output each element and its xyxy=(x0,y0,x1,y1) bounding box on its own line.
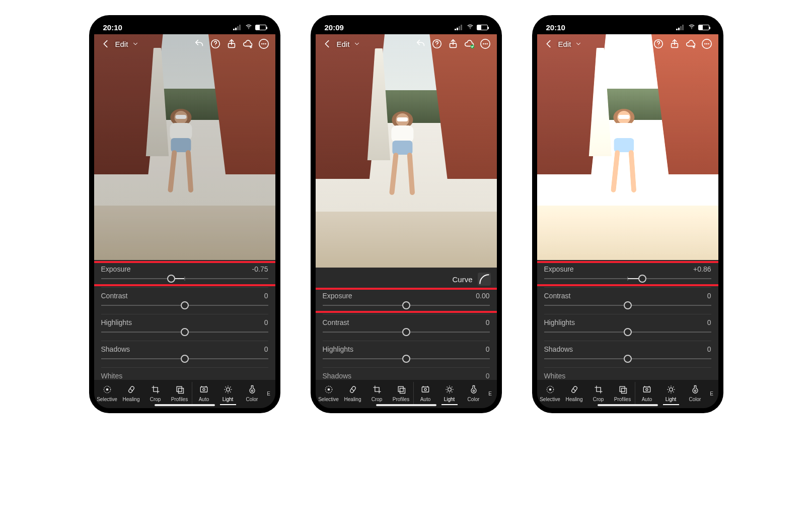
slider[interactable] xyxy=(101,328,268,337)
battery-icon xyxy=(698,25,709,30)
svg-point-56 xyxy=(473,390,474,392)
undo-icon[interactable] xyxy=(194,38,205,49)
whites-label: Whites xyxy=(544,372,566,380)
edit-dropdown[interactable]: Edit xyxy=(558,40,571,48)
tool-crop[interactable]: Crop xyxy=(143,382,168,405)
tool-light[interactable]: Light xyxy=(437,382,462,405)
tool-profiles[interactable]: Profiles xyxy=(168,382,192,405)
more-icon[interactable] xyxy=(701,38,712,49)
status-bar: 20:10 xyxy=(94,20,275,34)
tool-color[interactable]: Color xyxy=(462,382,486,405)
divider xyxy=(323,341,490,341)
edit-dropdown[interactable]: Edit xyxy=(337,40,350,48)
exposure-value: 0.00 xyxy=(476,292,489,300)
slider-knob[interactable] xyxy=(181,301,189,309)
slider-knob[interactable] xyxy=(402,301,410,309)
tool-crop[interactable]: Crop xyxy=(586,382,611,405)
undo-icon[interactable] xyxy=(415,38,426,49)
slider[interactable] xyxy=(544,274,711,283)
share-icon[interactable] xyxy=(669,38,680,49)
tool-selective[interactable]: Selective xyxy=(317,382,341,405)
light-panel: Exposure -0.75 Contrast 0 xyxy=(94,260,275,380)
slider[interactable] xyxy=(544,354,711,363)
curve-icon[interactable] xyxy=(478,273,491,286)
slider-knob[interactable] xyxy=(624,355,632,363)
svg-point-19 xyxy=(226,388,230,392)
toolbar-overflow[interactable]: E xyxy=(707,391,716,397)
exposure-label: Exposure xyxy=(323,292,352,300)
highlights-label: Highlights xyxy=(101,318,132,327)
home-indicator[interactable] xyxy=(376,404,436,406)
undo-icon[interactable] xyxy=(637,38,648,49)
home-indicator[interactable] xyxy=(598,404,658,406)
tool-profiles[interactable]: Profiles xyxy=(611,382,635,405)
toolbar-overflow[interactable]: E xyxy=(264,391,273,397)
tool-selective[interactable]: Selective xyxy=(538,382,562,405)
cloud-plus-icon[interactable] xyxy=(685,38,696,49)
color-icon xyxy=(247,384,258,395)
svg-rect-40 xyxy=(349,386,356,394)
slider-knob[interactable] xyxy=(624,328,632,336)
curve-row: Curve xyxy=(316,271,497,290)
tool-auto[interactable]: Auto xyxy=(413,382,437,405)
svg-line-81 xyxy=(668,387,669,387)
slider-knob[interactable] xyxy=(402,355,410,363)
photo-preview[interactable] xyxy=(537,34,718,260)
slider[interactable] xyxy=(323,354,490,363)
setting-shadows: Shadows 0 xyxy=(537,343,718,365)
slider[interactable] xyxy=(101,301,268,310)
tool-auto[interactable]: Auto xyxy=(635,382,659,405)
tool-healing[interactable]: Healing xyxy=(341,382,365,405)
share-icon[interactable] xyxy=(226,38,237,49)
share-icon[interactable] xyxy=(448,38,459,49)
toolbar-overflow[interactable]: E xyxy=(486,391,495,397)
slider[interactable] xyxy=(544,328,711,337)
help-icon[interactable] xyxy=(210,38,221,49)
photo-preview[interactable] xyxy=(94,34,275,260)
slider[interactable] xyxy=(544,301,711,310)
whites-label: Whites xyxy=(101,372,123,380)
curve-label[interactable]: Curve xyxy=(452,275,472,284)
slider[interactable] xyxy=(101,354,268,363)
slider[interactable] xyxy=(323,328,490,337)
slider-knob[interactable] xyxy=(638,275,646,283)
slider-knob[interactable] xyxy=(624,301,632,309)
slider-knob[interactable] xyxy=(402,328,410,336)
cloud-plus-icon[interactable] xyxy=(242,38,253,49)
tool-color[interactable]: Color xyxy=(240,382,264,405)
back-icon[interactable] xyxy=(543,38,554,49)
help-icon[interactable] xyxy=(653,38,664,49)
tool-light[interactable]: Light xyxy=(216,382,240,405)
tool-profiles[interactable]: Profiles xyxy=(389,382,413,405)
more-icon[interactable] xyxy=(480,38,491,49)
photo-preview[interactable] xyxy=(316,34,497,268)
slider-knob[interactable] xyxy=(167,275,175,283)
tool-healing[interactable]: Healing xyxy=(562,382,586,405)
tool-light[interactable]: Light xyxy=(659,382,683,405)
highlights-label: Highlights xyxy=(544,318,575,327)
edit-dropdown[interactable]: Edit xyxy=(115,40,128,48)
divider xyxy=(544,367,711,368)
tool-healing[interactable]: Healing xyxy=(119,382,143,405)
more-icon[interactable] xyxy=(258,38,269,49)
chevron-down-icon[interactable] xyxy=(353,40,360,47)
slider-knob[interactable] xyxy=(181,355,189,363)
slider[interactable] xyxy=(323,301,490,310)
contrast-label: Contrast xyxy=(101,292,128,300)
home-indicator[interactable] xyxy=(155,404,215,406)
back-icon[interactable] xyxy=(322,38,333,49)
crop-icon xyxy=(372,384,383,395)
svg-line-41 xyxy=(351,388,352,389)
slider-knob[interactable] xyxy=(181,328,189,336)
chevron-down-icon[interactable] xyxy=(132,40,139,47)
tool-color[interactable]: Color xyxy=(683,382,707,405)
tool-auto[interactable]: Auto xyxy=(192,382,216,405)
chevron-down-icon[interactable] xyxy=(575,40,582,47)
tool-crop[interactable]: Crop xyxy=(365,382,389,405)
help-icon[interactable] xyxy=(431,38,442,49)
tool-selective[interactable]: Selective xyxy=(95,382,119,405)
contrast-value: 0 xyxy=(264,292,268,300)
cloud-check-icon[interactable] xyxy=(464,38,475,49)
back-icon[interactable] xyxy=(100,38,111,49)
slider[interactable] xyxy=(101,274,268,283)
